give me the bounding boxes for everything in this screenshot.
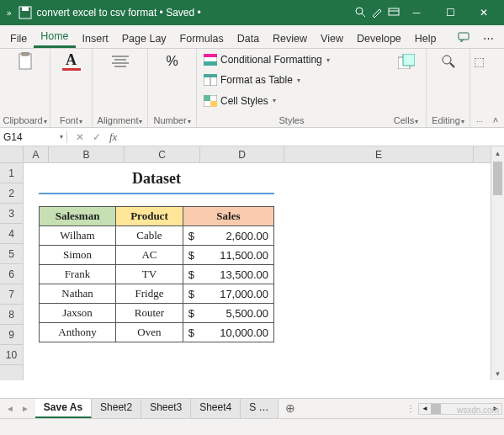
vertical-scrollbar[interactable]: ▲ ▼ [491,163,504,380]
cells-icon [397,52,416,71]
title-bar: » convert excel to csv format • Saved • … [0,0,504,25]
row-header[interactable]: 9 [0,325,23,345]
row-header[interactable]: 10 [0,345,23,365]
col-header-a[interactable]: A [24,146,49,162]
tab-file[interactable]: File [3,29,34,48]
svg-rect-6 [459,33,469,40]
sheet-nav-next-icon[interactable]: ► [19,404,32,413]
sheet-tab-bar: ◄ ► Save As Sheet2 Sheet3 Sheet4 S … ⊕ ⋮… [0,398,504,418]
pen-icon[interactable] [371,6,383,20]
minimize-button[interactable]: ─ [400,0,433,25]
scroll-thumb[interactable] [493,163,502,195]
number-button[interactable]: % [163,52,182,71]
conditional-formatting-button[interactable]: Conditional Formatting▾ [204,52,379,67]
header-salesman: Salesman [40,207,116,226]
sheet-nav-prev-icon[interactable]: ◄ [3,404,17,413]
svg-rect-21 [210,101,217,107]
font-icon: A [62,52,81,71]
chevron-down-icon[interactable]: ▾ [60,133,63,141]
cells-label: Cells [394,115,414,125]
svg-rect-15 [204,61,217,66]
s-label: ⋯ [476,116,483,125]
percent-icon: % [163,52,182,71]
svg-rect-8 [22,52,29,56]
ribbon-tabs: File Home Insert Page Lay Formulas Data … [0,25,504,49]
scroll-down-icon[interactable]: ▼ [491,367,504,380]
col-header-e[interactable]: E [284,146,474,162]
autosave-chevrons-icon[interactable]: » [3,8,15,18]
svg-rect-1 [22,7,29,11]
tab-view[interactable]: View [314,29,350,48]
close-button[interactable]: ✕ [467,0,501,25]
alignment-button[interactable] [111,52,130,71]
share-button[interactable]: ⋯ [476,29,501,48]
alignment-label: Alignment [98,115,139,125]
styles-group: Conditional Formatting▾ Format as Table▾… [197,49,386,127]
scroll-left-icon[interactable]: ◄ [419,404,431,414]
formula-bar-row: G14 ▾ ✕ ✓ fx [0,128,504,146]
search-icon[interactable] [354,6,366,20]
col-header-d[interactable]: D [200,146,284,162]
row-header[interactable]: 1 [0,163,23,183]
overflow-button[interactable]: ⬚ [470,52,488,71]
find-icon [439,52,458,71]
table-row: SimonAC$11,500.00 [40,246,274,265]
row-header[interactable]: 4 [0,224,23,244]
cancel-formula-icon[interactable]: ✕ [76,131,84,143]
name-box[interactable]: G14 ▾ [0,131,67,143]
tab-developer[interactable]: Develope [350,29,408,48]
styles-label: Styles [204,114,379,125]
cells-button[interactable] [397,52,416,71]
cell-styles-button[interactable]: Cell Styles▾ [204,93,379,109]
clipboard-label: Clipboard [3,115,42,125]
row-header[interactable]: 3 [0,204,23,224]
row-header[interactable]: 2 [0,183,23,204]
row-header[interactable]: 8 [0,305,23,325]
editing-button[interactable] [439,52,458,71]
hscroll-thumb[interactable] [431,404,441,414]
svg-rect-20 [204,95,210,101]
font-button[interactable]: A [62,52,81,71]
collapse-ribbon-button[interactable]: ʌ [487,49,504,127]
tab-home[interactable]: Home [34,27,75,48]
tab-help[interactable]: Help [408,29,443,48]
sheet-tab[interactable]: Sheet3 [141,399,191,418]
table-row: WilhamCable$2,600.00 [40,226,274,246]
svg-point-24 [443,56,451,64]
ribbon-mode-icon[interactable] [388,6,400,20]
header-sales: Sales [183,207,273,226]
sheet-tab[interactable]: Sheet2 [92,399,141,418]
sheet-tab[interactable]: Sheet4 [191,399,241,418]
row-header[interactable]: 6 [0,264,23,284]
svg-line-3 [362,13,365,17]
svg-rect-7 [19,54,31,69]
fmt-table-label: Format as Table [220,74,293,86]
sheet-tab-active[interactable]: Save As [35,399,92,418]
enter-formula-icon[interactable]: ✓ [93,131,101,143]
tab-insert[interactable]: Insert [76,29,115,48]
svg-rect-14 [204,54,217,57]
maximize-button[interactable]: ☐ [433,0,467,25]
number-label: Number [153,115,186,125]
document-title: convert excel to csv format • Saved • [32,7,354,19]
editing-label: Editing [432,115,460,125]
tab-data[interactable]: Data [231,29,266,48]
col-header-c[interactable]: C [125,146,200,162]
new-sheet-button[interactable]: ⊕ [279,399,302,418]
tab-formulas[interactable]: Formulas [173,29,231,48]
col-header-b[interactable]: B [49,146,125,162]
tab-review[interactable]: Review [266,29,314,48]
sheet-tab[interactable]: S … [241,399,278,418]
tab-page-layout[interactable]: Page Lay [115,29,173,48]
save-icon[interactable] [19,6,32,19]
fx-label[interactable]: fx [109,130,117,144]
cond-fmt-label: Conditional Formatting [220,54,322,66]
format-as-table-button[interactable]: Format as Table▾ [204,72,379,88]
cells-area[interactable]: Dataset Salesman Product Sales WilhamCab… [24,163,504,380]
paste-button[interactable] [16,52,34,71]
row-header[interactable]: 5 [0,244,23,264]
comments-button[interactable] [451,29,476,48]
row-header[interactable]: 7 [0,284,23,305]
select-all-button[interactable] [0,146,24,162]
svg-point-2 [356,8,363,14]
